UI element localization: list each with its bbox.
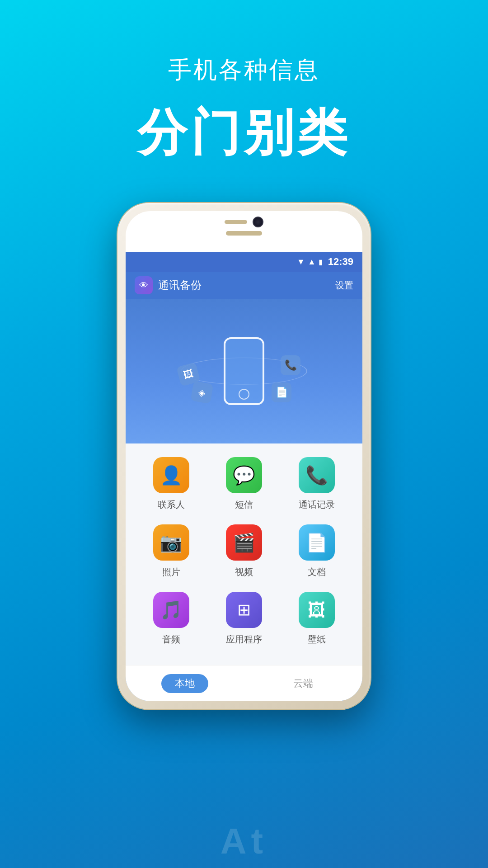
grid-item-wallpaper[interactable]: 🖼 壁纸 <box>285 592 348 646</box>
category-grid: 👤 联系人 💬 短信 <box>126 443 362 665</box>
wallpaper-icon-symbol: 🖼 <box>308 600 326 620</box>
phone-outer-frame: ▼ ▲ ▮ 12:39 👁 通讯备份 设置 <box>117 203 371 709</box>
grid-item-photo[interactable]: 📷 照片 <box>140 524 203 578</box>
contact-icon-symbol: 👤 <box>160 465 183 486</box>
at-text: At <box>221 821 267 862</box>
photo-label: 照片 <box>162 566 180 578</box>
apps-icon: ⊞ <box>226 592 262 628</box>
phone-sensors <box>225 217 263 227</box>
header-section: 手机各种信息 分门别类 <box>137 54 351 167</box>
settings-button[interactable]: 设置 <box>335 279 353 292</box>
photo-icon-symbol: 📷 <box>160 532 183 553</box>
grid-item-apps[interactable]: ⊞ 应用程序 <box>212 592 276 646</box>
wifi-icon: ▼ <box>297 257 305 267</box>
audio-icon-symbol: 🎵 <box>160 599 183 621</box>
phone-screen-area: ▼ ▲ ▮ 12:39 👁 通讯备份 设置 <box>126 211 362 701</box>
video-icon: 🎬 <box>226 524 262 561</box>
header-title: 分门别类 <box>137 99 351 167</box>
grid-row-2: 📷 照片 🎬 视频 <box>135 524 353 578</box>
phone-mockup: ▼ ▲ ▮ 12:39 👁 通讯备份 设置 <box>117 203 371 709</box>
phone-illustration-wrapper: 🖼 ◈ 📞 📄 <box>224 337 264 405</box>
video-label: 视频 <box>235 566 253 578</box>
doc-label: 文档 <box>308 566 326 578</box>
status-time: 12:39 <box>328 256 353 268</box>
apps-icon-symbol: ⊞ <box>237 600 251 619</box>
grid-row-1: 👤 联系人 💬 短信 <box>135 457 353 511</box>
status-icons: ▼ ▲ ▮ <box>297 257 323 267</box>
tab-local-label[interactable]: 本地 <box>161 674 208 693</box>
phone-silhouette <box>224 337 264 405</box>
app-title: 通讯备份 <box>158 278 335 292</box>
sms-label: 短信 <box>235 499 253 511</box>
tab-cloud-label[interactable]: 云端 <box>293 677 313 690</box>
video-icon-symbol: 🎬 <box>233 532 255 553</box>
bottom-tab-bar: 本地 云端 <box>126 665 362 701</box>
float-icon-card: ◈ <box>191 381 214 404</box>
hero-illustration: 🖼 ◈ 📞 📄 <box>126 299 362 443</box>
grid-item-doc[interactable]: 📄 文档 <box>285 524 348 578</box>
float-icon-call: 📞 <box>281 355 300 375</box>
contact-label: 联系人 <box>158 499 185 511</box>
tab-local[interactable]: 本地 <box>126 674 244 693</box>
header-subtitle: 手机各种信息 <box>137 54 351 86</box>
call-log-label: 通话记录 <box>299 499 335 511</box>
call-log-icon: 📞 <box>299 457 335 493</box>
doc-icon-symbol: 📄 <box>305 532 328 553</box>
grid-item-video[interactable]: 🎬 视频 <box>212 524 276 578</box>
audio-icon: 🎵 <box>153 592 189 628</box>
photo-icon: 📷 <box>153 524 189 561</box>
grid-item-call-log[interactable]: 📞 通话记录 <box>285 457 348 511</box>
sms-icon-symbol: 💬 <box>233 465 255 486</box>
call-log-icon-symbol: 📞 <box>305 465 328 486</box>
audio-label: 音频 <box>162 633 180 646</box>
sms-icon: 💬 <box>226 457 262 493</box>
contact-icon: 👤 <box>153 457 189 493</box>
grid-item-sms[interactable]: 💬 短信 <box>212 457 276 511</box>
grid-row-3: 🎵 音频 ⊞ 应用程序 <box>135 592 353 646</box>
phone-top-bezel <box>225 217 263 236</box>
battery-icon: ▮ <box>319 258 323 266</box>
signal-icon: ▲ <box>308 257 316 267</box>
float-icon-doc: 📄 <box>272 382 291 402</box>
apps-label: 应用程序 <box>226 633 262 646</box>
wallpaper-label: 壁纸 <box>308 633 326 646</box>
doc-icon: 📄 <box>299 524 335 561</box>
wallpaper-icon: 🖼 <box>299 592 335 628</box>
app-header-bar: 👁 通讯备份 设置 <box>126 272 362 299</box>
status-bar: ▼ ▲ ▮ 12:39 <box>126 252 362 272</box>
grid-item-audio[interactable]: 🎵 音频 <box>140 592 203 646</box>
app-icon: 👁 <box>135 276 153 294</box>
bottom-area: At <box>0 815 488 868</box>
tab-cloud[interactable]: 云端 <box>244 677 362 690</box>
grid-item-contact[interactable]: 👤 联系人 <box>140 457 203 511</box>
phone-speaker <box>226 231 262 236</box>
sensor-bar <box>225 220 247 224</box>
app-screen: ▼ ▲ ▮ 12:39 👁 通讯备份 设置 <box>126 252 362 701</box>
front-camera <box>253 217 263 227</box>
